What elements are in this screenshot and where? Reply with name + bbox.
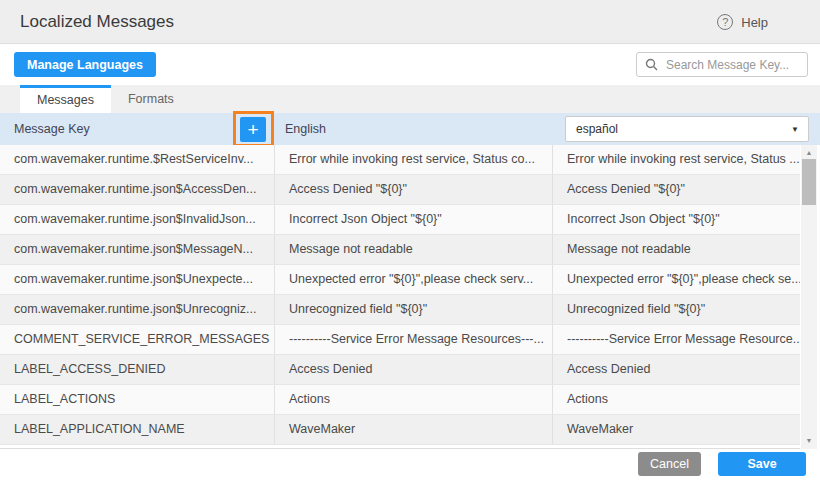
message-key-cell[interactable]: com.wavemaker.runtime.json$AccessDen... (0, 175, 275, 204)
translation-cell[interactable]: ----------Service Error Message Resource… (553, 325, 800, 354)
cancel-button[interactable]: Cancel (638, 452, 701, 476)
message-key-cell[interactable]: com.wavemaker.runtime.$RestServiceInv... (0, 145, 275, 174)
tab-messages[interactable]: Messages (20, 85, 111, 113)
table-row[interactable]: LABEL_ACTIONSActionsActions (0, 385, 800, 415)
language-select-value: español (576, 122, 618, 136)
message-key-cell[interactable]: LABEL_ACCESS_DENIED (0, 355, 275, 384)
language-select[interactable]: español ▼ (565, 116, 809, 142)
table-row[interactable]: COMMENT_SERVICE_ERROR_MESSAGES----------… (0, 325, 800, 355)
table-row[interactable]: com.wavemaker.runtime.$RestServiceInv...… (0, 145, 800, 175)
translation-cell[interactable]: WaveMaker (553, 415, 800, 444)
search-input[interactable] (664, 57, 799, 73)
table-row[interactable]: com.wavemaker.runtime.json$InvalidJson..… (0, 205, 800, 235)
english-cell[interactable]: Unrecognized field "${0}" (275, 295, 553, 324)
scroll-up-icon[interactable]: ▲ (801, 147, 817, 159)
message-key-cell[interactable]: COMMENT_SERVICE_ERROR_MESSAGES (0, 325, 275, 354)
english-cell[interactable]: Error while invoking rest service, Statu… (275, 145, 553, 174)
help-icon: ? (717, 14, 733, 30)
table-row[interactable]: LABEL_ACCESS_DENIEDAccess DeniedAccess D… (0, 355, 800, 385)
translation-cell[interactable]: Unexpected error "${0}",please check se.… (553, 265, 800, 294)
english-cell[interactable]: Access Denied "${0}" (275, 175, 553, 204)
table-row[interactable]: com.wavemaker.runtime.json$MessageN...Me… (0, 235, 800, 265)
table-header: Message Key + English español ▼ (0, 113, 820, 145)
translation-cell[interactable]: Message not readable (553, 235, 800, 264)
message-key-cell[interactable]: LABEL_ACTIONS (0, 385, 275, 414)
table-row[interactable]: LABEL_APPLICATION_NAMEWaveMakerWaveMaker (0, 415, 800, 445)
column-header-message-key: Message Key (14, 113, 90, 145)
scroll-down-icon[interactable]: ▼ (801, 435, 817, 447)
column-header-english: English (285, 113, 326, 145)
translation-cell[interactable]: Access Denied (553, 355, 800, 384)
dialog-footer: Cancel Save (0, 450, 820, 490)
message-key-cell[interactable]: LABEL_APPLICATION_NAME (0, 415, 275, 444)
help-link[interactable]: ? Help (717, 0, 768, 44)
english-cell[interactable]: ----------Service Error Message Resource… (275, 325, 553, 354)
english-cell[interactable]: WaveMaker (275, 415, 553, 444)
translation-cell[interactable]: Error while invoking rest service, Statu… (553, 145, 800, 174)
message-key-cell[interactable]: com.wavemaker.runtime.json$Unrecogniz... (0, 295, 275, 324)
save-button[interactable]: Save (718, 452, 806, 476)
chevron-down-icon: ▼ (791, 125, 799, 134)
tab-bar: Messages Formats (0, 85, 820, 113)
translation-cell[interactable]: Access Denied "${0}" (553, 175, 800, 204)
english-cell[interactable]: Unexpected error "${0}",please check ser… (275, 265, 553, 294)
page-title: Localized Messages (20, 0, 174, 44)
search-icon (645, 58, 658, 71)
table-row[interactable]: com.wavemaker.runtime.json$Unrecogniz...… (0, 295, 800, 325)
add-message-key-button[interactable]: + (240, 117, 266, 142)
table-row[interactable]: com.wavemaker.runtime.json$AccessDen...A… (0, 175, 800, 205)
translation-cell[interactable]: Incorrect Json Object "${0}" (553, 205, 800, 234)
message-key-cell[interactable]: com.wavemaker.runtime.json$InvalidJson..… (0, 205, 275, 234)
table-body: com.wavemaker.runtime.$RestServiceInv...… (0, 145, 800, 449)
help-label: Help (741, 15, 768, 30)
translation-cell[interactable]: Actions (553, 385, 800, 414)
english-cell[interactable]: Message not readable (275, 235, 553, 264)
vertical-scrollbar[interactable]: ▲ ▼ (801, 145, 817, 449)
english-cell[interactable]: Actions (275, 385, 553, 414)
manage-languages-button[interactable]: Manage Languages (14, 52, 156, 77)
scrollbar-thumb[interactable] (802, 159, 816, 205)
search-box (636, 52, 808, 77)
english-cell[interactable]: Incorrect Json Object "${0}" (275, 205, 553, 234)
message-key-cell[interactable]: com.wavemaker.runtime.json$Unexpecte... (0, 265, 275, 294)
dialog-title-bar: Localized Messages ? Help (0, 0, 820, 44)
english-cell[interactable]: Access Denied (275, 355, 553, 384)
tab-formats[interactable]: Formats (111, 85, 191, 113)
message-key-cell[interactable]: com.wavemaker.runtime.json$MessageN... (0, 235, 275, 264)
table-row[interactable]: com.wavemaker.runtime.json$Unexpecte...U… (0, 265, 800, 295)
translation-cell[interactable]: Unrecognized field "${0}" (553, 295, 800, 324)
toolbar: Manage Languages (0, 45, 820, 85)
